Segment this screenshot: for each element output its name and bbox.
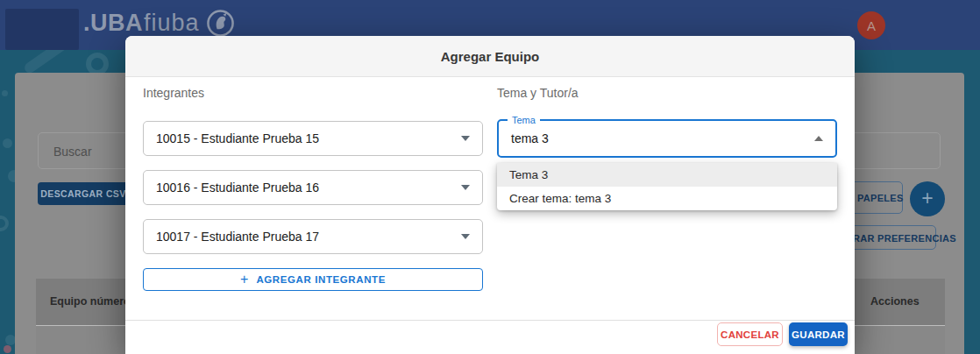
screen: Buscar DESCARGAR CSV PAPELES + RAR PREFE… xyxy=(0,0,980,354)
topic-section-label: Tema y Tutor/a xyxy=(497,86,579,100)
cancel-button[interactable]: CANCELAR xyxy=(717,322,783,346)
topic-field-label: Tema xyxy=(508,115,540,125)
member-select-1[interactable]: 10015 - Estudiante Prueba 15 xyxy=(143,121,483,156)
topic-options-menu: Tema 3 Crear tema: tema 3 xyxy=(497,163,837,210)
dialog-title: Agregar Equipo xyxy=(441,49,540,64)
member-select-1-value: 10015 - Estudiante Prueba 15 xyxy=(156,131,461,145)
chevron-down-icon xyxy=(461,136,470,141)
add-team-dialog: Agregar Equipo Integrantes 10015 - Estud… xyxy=(125,36,855,354)
dialog-header: Agregar Equipo xyxy=(125,36,855,77)
chevron-up-icon xyxy=(814,136,823,141)
chevron-down-icon xyxy=(461,234,470,239)
member-select-2[interactable]: 10016 - Estudiante Prueba 16 xyxy=(143,170,483,205)
member-select-2-value: 10016 - Estudiante Prueba 16 xyxy=(156,181,461,195)
plus-icon: + xyxy=(240,273,248,287)
topic-input-value: tema 3 xyxy=(511,131,814,145)
add-member-label: AGREGAR INTEGRANTE xyxy=(256,274,386,285)
topic-input[interactable]: Tema tema 3 xyxy=(497,119,837,158)
dialog-footer: CANCELAR GUARDAR xyxy=(125,320,855,354)
save-button[interactable]: GUARDAR xyxy=(789,322,848,346)
member-select-3-value: 10017 - Estudiante Prueba 17 xyxy=(156,230,461,244)
add-member-button[interactable]: + AGREGAR INTEGRANTE xyxy=(143,268,483,291)
member-select-3[interactable]: 10017 - Estudiante Prueba 17 xyxy=(143,219,483,254)
members-section-label: Integrantes xyxy=(143,86,204,100)
topic-option-existing[interactable]: Tema 3 xyxy=(497,163,837,187)
topic-option-create[interactable]: Crear tema: tema 3 xyxy=(497,187,837,210)
chevron-down-icon xyxy=(461,185,470,190)
